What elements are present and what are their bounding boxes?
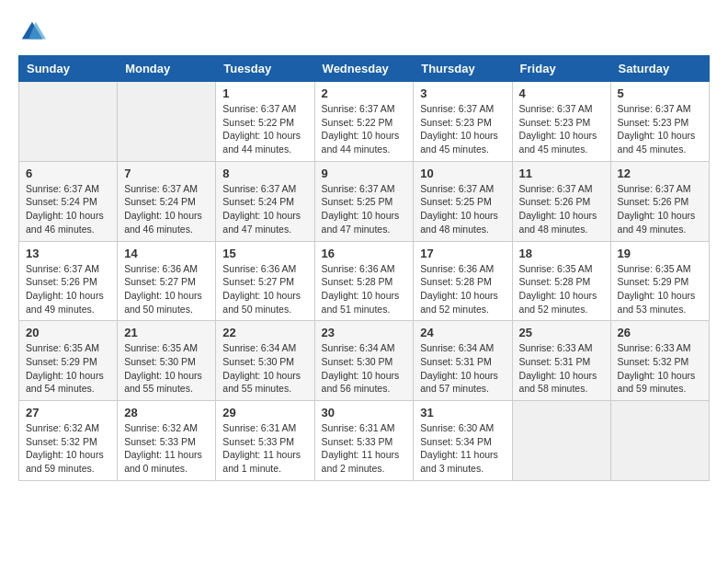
calendar-cell: 8Sunrise: 6:37 AM Sunset: 5:24 PM Daylig… — [216, 161, 314, 241]
day-number: 15 — [222, 247, 307, 260]
day-number: 16 — [322, 247, 407, 260]
calendar-cell: 25Sunrise: 6:33 AM Sunset: 5:31 PM Dayli… — [512, 321, 610, 401]
day-number: 24 — [420, 326, 505, 339]
calendar-cell: 28Sunrise: 6:32 AM Sunset: 5:33 PM Dayli… — [118, 401, 216, 481]
day-number: 23 — [322, 326, 407, 339]
day-info: Sunrise: 6:34 AM Sunset: 5:31 PM Dayligh… — [420, 341, 505, 396]
calendar-cell: 11Sunrise: 6:37 AM Sunset: 5:26 PM Dayli… — [512, 161, 610, 241]
calendar-cell: 15Sunrise: 6:36 AM Sunset: 5:27 PM Dayli… — [216, 241, 314, 321]
day-info: Sunrise: 6:35 AM Sunset: 5:29 PM Dayligh… — [618, 262, 702, 316]
page-header — [18, 18, 710, 46]
day-number: 10 — [420, 167, 505, 180]
day-info: Sunrise: 6:30 AM Sunset: 5:34 PM Dayligh… — [420, 421, 505, 476]
day-info: Sunrise: 6:37 AM Sunset: 5:26 PM Dayligh… — [618, 182, 702, 236]
calendar-cell: 1Sunrise: 6:37 AM Sunset: 5:22 PM Daylig… — [216, 82, 314, 162]
day-number: 9 — [322, 167, 407, 180]
calendar-cell — [512, 401, 610, 481]
day-info: Sunrise: 6:35 AM Sunset: 5:28 PM Dayligh… — [519, 262, 604, 316]
day-of-week-header: Thursday — [414, 56, 512, 82]
day-info: Sunrise: 6:34 AM Sunset: 5:30 PM Dayligh… — [322, 341, 407, 396]
day-info: Sunrise: 6:37 AM Sunset: 5:24 PM Dayligh… — [26, 182, 110, 236]
day-number: 28 — [124, 406, 209, 419]
day-info: Sunrise: 6:37 AM Sunset: 5:23 PM Dayligh… — [618, 102, 702, 156]
calendar-cell: 6Sunrise: 6:37 AM Sunset: 5:24 PM Daylig… — [19, 161, 118, 241]
day-number: 11 — [519, 167, 604, 180]
calendar-cell: 23Sunrise: 6:34 AM Sunset: 5:30 PM Dayli… — [314, 321, 414, 401]
logo-icon — [18, 18, 46, 46]
day-info: Sunrise: 6:37 AM Sunset: 5:25 PM Dayligh… — [322, 182, 407, 236]
day-info: Sunrise: 6:36 AM Sunset: 5:27 PM Dayligh… — [222, 262, 307, 316]
calendar-week-row: 20Sunrise: 6:35 AM Sunset: 5:29 PM Dayli… — [19, 321, 710, 401]
calendar-cell: 20Sunrise: 6:35 AM Sunset: 5:29 PM Dayli… — [19, 321, 118, 401]
day-info: Sunrise: 6:35 AM Sunset: 5:30 PM Dayligh… — [124, 341, 209, 396]
day-info: Sunrise: 6:32 AM Sunset: 5:33 PM Dayligh… — [124, 421, 209, 476]
day-info: Sunrise: 6:31 AM Sunset: 5:33 PM Dayligh… — [222, 421, 307, 476]
day-info: Sunrise: 6:34 AM Sunset: 5:30 PM Dayligh… — [222, 341, 307, 396]
day-number: 30 — [322, 406, 407, 419]
calendar-cell: 2Sunrise: 6:37 AM Sunset: 5:22 PM Daylig… — [314, 82, 414, 162]
day-number: 29 — [222, 406, 307, 419]
day-number: 31 — [420, 406, 505, 419]
day-of-week-header: Friday — [512, 56, 610, 82]
calendar-week-row: 1Sunrise: 6:37 AM Sunset: 5:22 PM Daylig… — [19, 82, 710, 162]
day-number: 6 — [26, 167, 110, 180]
day-info: Sunrise: 6:33 AM Sunset: 5:32 PM Dayligh… — [618, 341, 702, 396]
day-info: Sunrise: 6:35 AM Sunset: 5:29 PM Dayligh… — [26, 341, 110, 396]
calendar-cell: 24Sunrise: 6:34 AM Sunset: 5:31 PM Dayli… — [414, 321, 512, 401]
calendar-cell: 13Sunrise: 6:37 AM Sunset: 5:26 PM Dayli… — [19, 241, 118, 321]
day-number: 1 — [222, 86, 307, 100]
calendar-cell — [610, 401, 709, 481]
day-info: Sunrise: 6:32 AM Sunset: 5:32 PM Dayligh… — [26, 421, 110, 476]
day-number: 5 — [618, 86, 702, 100]
calendar-cell: 9Sunrise: 6:37 AM Sunset: 5:25 PM Daylig… — [314, 161, 414, 241]
calendar-body: 1Sunrise: 6:37 AM Sunset: 5:22 PM Daylig… — [19, 82, 710, 481]
day-number: 4 — [519, 86, 604, 100]
calendar-cell: 17Sunrise: 6:36 AM Sunset: 5:28 PM Dayli… — [414, 241, 512, 321]
day-number: 12 — [618, 167, 702, 180]
day-of-week-header: Saturday — [610, 56, 709, 82]
calendar-cell: 3Sunrise: 6:37 AM Sunset: 5:23 PM Daylig… — [414, 82, 512, 162]
day-number: 19 — [618, 247, 702, 260]
logo — [18, 18, 50, 46]
calendar-cell — [118, 82, 216, 162]
calendar-cell: 4Sunrise: 6:37 AM Sunset: 5:23 PM Daylig… — [512, 82, 610, 162]
day-info: Sunrise: 6:37 AM Sunset: 5:23 PM Dayligh… — [420, 102, 505, 156]
day-number: 3 — [420, 86, 505, 100]
day-info: Sunrise: 6:36 AM Sunset: 5:28 PM Dayligh… — [322, 262, 407, 316]
day-info: Sunrise: 6:37 AM Sunset: 5:26 PM Dayligh… — [519, 182, 604, 236]
day-number: 17 — [420, 247, 505, 260]
day-info: Sunrise: 6:37 AM Sunset: 5:22 PM Dayligh… — [322, 102, 407, 156]
day-info: Sunrise: 6:31 AM Sunset: 5:33 PM Dayligh… — [322, 421, 407, 476]
calendar-cell: 5Sunrise: 6:37 AM Sunset: 5:23 PM Daylig… — [610, 82, 709, 162]
day-number: 27 — [26, 406, 110, 419]
day-of-week-header: Wednesday — [314, 56, 414, 82]
day-number: 13 — [26, 247, 110, 260]
calendar-cell — [19, 82, 118, 162]
calendar-cell: 18Sunrise: 6:35 AM Sunset: 5:28 PM Dayli… — [512, 241, 610, 321]
day-number: 14 — [124, 247, 209, 260]
calendar-table: SundayMondayTuesdayWednesdayThursdayFrid… — [18, 55, 710, 481]
calendar-cell: 19Sunrise: 6:35 AM Sunset: 5:29 PM Dayli… — [610, 241, 709, 321]
day-number: 7 — [124, 167, 209, 180]
calendar-header: SundayMondayTuesdayWednesdayThursdayFrid… — [19, 56, 710, 82]
day-of-week-header: Monday — [118, 56, 216, 82]
day-info: Sunrise: 6:37 AM Sunset: 5:22 PM Dayligh… — [222, 102, 307, 156]
day-info: Sunrise: 6:33 AM Sunset: 5:31 PM Dayligh… — [519, 341, 604, 396]
day-number: 26 — [618, 326, 702, 339]
calendar-cell: 22Sunrise: 6:34 AM Sunset: 5:30 PM Dayli… — [216, 321, 314, 401]
day-info: Sunrise: 6:36 AM Sunset: 5:27 PM Dayligh… — [124, 262, 209, 316]
day-number: 8 — [222, 167, 307, 180]
day-of-week-header: Tuesday — [216, 56, 314, 82]
day-number: 20 — [26, 326, 110, 339]
calendar-cell: 12Sunrise: 6:37 AM Sunset: 5:26 PM Dayli… — [610, 161, 709, 241]
calendar-cell: 16Sunrise: 6:36 AM Sunset: 5:28 PM Dayli… — [314, 241, 414, 321]
calendar-cell: 7Sunrise: 6:37 AM Sunset: 5:24 PM Daylig… — [118, 161, 216, 241]
calendar-cell: 29Sunrise: 6:31 AM Sunset: 5:33 PM Dayli… — [216, 401, 314, 481]
day-of-week-header: Sunday — [19, 56, 118, 82]
day-number: 18 — [519, 247, 604, 260]
day-info: Sunrise: 6:37 AM Sunset: 5:25 PM Dayligh… — [420, 182, 505, 236]
calendar-cell: 21Sunrise: 6:35 AM Sunset: 5:30 PM Dayli… — [118, 321, 216, 401]
calendar-cell: 27Sunrise: 6:32 AM Sunset: 5:32 PM Dayli… — [19, 401, 118, 481]
calendar-week-row: 27Sunrise: 6:32 AM Sunset: 5:32 PM Dayli… — [19, 401, 710, 481]
calendar-cell: 30Sunrise: 6:31 AM Sunset: 5:33 PM Dayli… — [314, 401, 414, 481]
